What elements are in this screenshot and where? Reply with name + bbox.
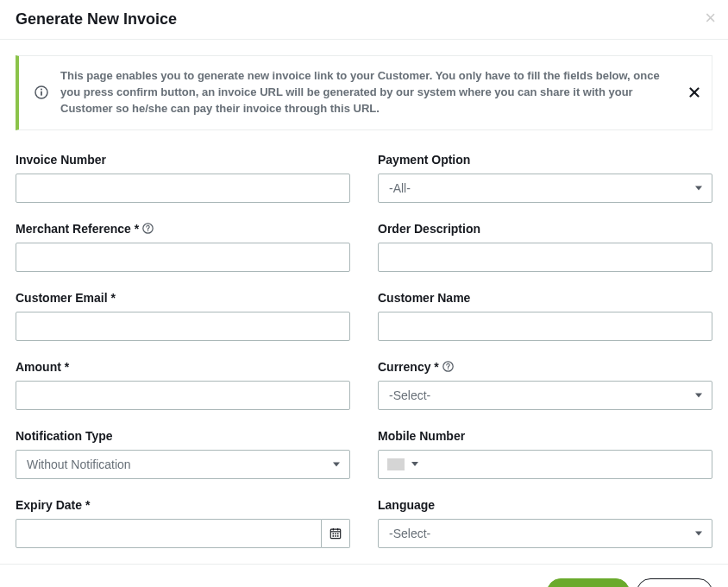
label-language: Language <box>378 498 712 512</box>
modal-header: Generate New Invoice × <box>0 0 728 39</box>
help-icon[interactable] <box>442 361 454 372</box>
select-language[interactable]: -Select- <box>378 519 712 548</box>
select-notification-type[interactable]: Without Notification <box>16 450 350 479</box>
modal-footer: Confirm Cancel <box>0 564 728 587</box>
svg-rect-14 <box>335 533 336 534</box>
label-merchant-reference: Merchant Reference * <box>16 222 350 236</box>
form-grid: Invoice Number Payment Option -All- Merc… <box>16 153 712 548</box>
select-language-value: -Select- <box>378 519 712 548</box>
input-mobile-number[interactable] <box>378 450 712 479</box>
svg-point-2 <box>41 89 42 91</box>
chevron-down-icon <box>333 462 340 466</box>
banner-close-icon[interactable] <box>689 87 700 98</box>
select-payment-option[interactable]: -All- <box>378 174 712 203</box>
flag-icon <box>387 458 405 470</box>
field-merchant-reference: Merchant Reference * <box>16 222 350 272</box>
label-notification-type: Notification Type <box>16 429 350 443</box>
select-currency-value: -Select- <box>378 381 712 410</box>
label-currency: Currency * <box>378 360 712 374</box>
select-payment-option-value: -All- <box>378 174 712 203</box>
calendar-icon <box>329 527 342 540</box>
svg-point-6 <box>147 230 148 231</box>
help-icon[interactable] <box>142 223 154 234</box>
label-payment-option: Payment Option <box>378 153 712 167</box>
label-mobile-number: Mobile Number <box>378 429 712 443</box>
svg-rect-16 <box>333 535 335 537</box>
input-customer-email[interactable] <box>16 312 350 341</box>
close-icon[interactable]: × <box>705 9 716 28</box>
cancel-button[interactable]: Cancel <box>637 578 712 587</box>
field-mobile-number: Mobile Number <box>378 429 712 479</box>
input-order-description[interactable] <box>378 243 712 272</box>
chevron-down-icon <box>695 531 702 535</box>
label-expiry-date: Expiry Date * <box>16 498 350 512</box>
chevron-down-icon <box>695 186 702 190</box>
label-order-description: Order Description <box>378 222 712 236</box>
svg-rect-15 <box>337 533 339 534</box>
field-customer-name: Customer Name <box>378 291 712 341</box>
svg-rect-13 <box>333 533 335 534</box>
confirm-button[interactable]: Confirm <box>547 578 630 587</box>
input-amount[interactable] <box>16 381 350 410</box>
select-notification-type-value: Without Notification <box>16 450 350 479</box>
field-customer-email: Customer Email * <box>16 291 350 341</box>
field-payment-option: Payment Option -All- <box>378 153 712 203</box>
input-customer-name[interactable] <box>378 312 712 341</box>
modal-title: Generate New Invoice <box>16 10 712 28</box>
info-banner: This page enables you to generate new in… <box>16 55 712 130</box>
chevron-down-icon <box>411 462 418 466</box>
label-customer-name: Customer Name <box>378 291 712 305</box>
field-invoice-number: Invoice Number <box>16 153 350 203</box>
select-currency[interactable]: -Select- <box>378 381 712 410</box>
input-invoice-number[interactable] <box>16 174 350 203</box>
svg-rect-1 <box>41 92 42 96</box>
field-order-description: Order Description <box>378 222 712 272</box>
input-merchant-reference[interactable] <box>16 243 350 272</box>
field-currency: Currency * -Select- <box>378 360 712 410</box>
field-notification-type: Notification Type Without Notification <box>16 429 350 479</box>
chevron-down-icon <box>695 393 702 397</box>
field-expiry-date: Expiry Date * <box>16 498 350 548</box>
label-customer-email: Customer Email * <box>16 291 350 305</box>
label-amount: Amount * <box>16 360 350 374</box>
input-expiry-date[interactable] <box>16 519 322 548</box>
label-merchant-reference-text: Merchant Reference * <box>16 222 139 236</box>
modal-body: This page enables you to generate new in… <box>0 40 728 552</box>
svg-rect-17 <box>335 535 336 537</box>
calendar-button[interactable] <box>322 519 350 548</box>
info-icon <box>35 85 48 99</box>
info-banner-text: This page enables you to generate new in… <box>60 68 677 117</box>
field-amount: Amount * <box>16 360 350 410</box>
label-currency-text: Currency * <box>378 360 439 374</box>
field-language: Language -Select- <box>378 498 712 548</box>
svg-rect-18 <box>337 535 339 537</box>
label-invoice-number: Invoice Number <box>16 153 350 167</box>
svg-point-8 <box>448 369 449 369</box>
